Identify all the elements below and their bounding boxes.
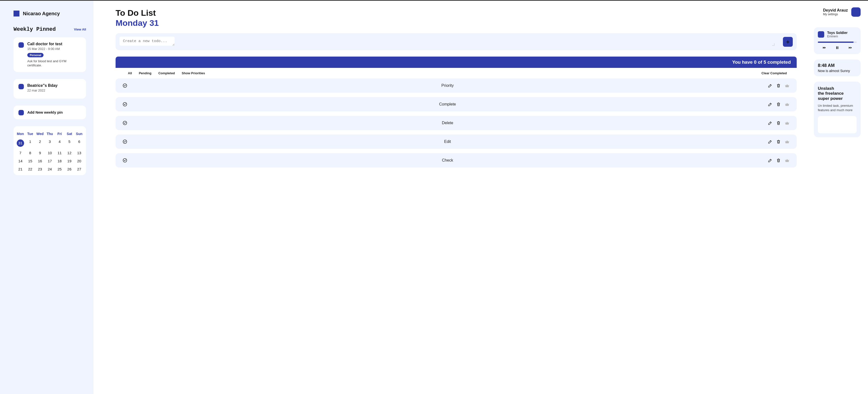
next-icon[interactable] <box>848 46 853 50</box>
trash-icon[interactable] <box>776 121 781 125</box>
calendar-cell[interactable]: 19 <box>64 157 74 164</box>
weather-time: 8:48 AM <box>818 63 857 68</box>
svg-rect-1 <box>838 47 838 49</box>
pin-icon <box>19 84 24 89</box>
user-block: Deyvid Arauz My settings <box>823 7 861 17</box>
user-settings-link[interactable]: My settings <box>823 12 848 16</box>
promo-image-placeholder <box>818 116 857 133</box>
calendar-cell[interactable]: 3 <box>45 138 55 148</box>
new-todo-wrap: ＋ <box>116 33 797 50</box>
crown-icon[interactable] <box>784 139 790 144</box>
calendar-cell[interactable]: 24 <box>45 165 55 173</box>
todo-text: Priority <box>127 83 768 88</box>
calendar-cell[interactable]: 14 <box>16 157 25 164</box>
edit-icon[interactable] <box>768 83 773 88</box>
filter-all[interactable]: All <box>128 71 132 75</box>
todo-item: Edit <box>116 134 797 149</box>
todo-text: Check <box>127 158 768 162</box>
pause-icon[interactable] <box>835 46 840 50</box>
calendar-cell[interactable]: 20 <box>74 157 84 164</box>
check-circle-icon[interactable] <box>122 158 127 163</box>
clear-completed[interactable]: Clear Completed <box>762 71 787 75</box>
trash-icon[interactable] <box>776 158 781 163</box>
calendar-cell[interactable]: 1 <box>25 138 35 148</box>
filter-row: All Pending Completed Show Priorities Cl… <box>116 68 797 79</box>
brand-logo <box>13 10 20 17</box>
add-pin-label: Add New weekly pin <box>27 110 63 114</box>
calendar-cell[interactable]: 18 <box>55 157 64 164</box>
weather-card: 8:48 AM Now is almost Sunny <box>814 60 861 76</box>
brand: Nicarao Agency <box>13 10 86 17</box>
calendar-cell[interactable]: 11 <box>55 149 64 156</box>
sidebar: Nicarao Agency Weekly Pinned View All Ca… <box>0 1 93 394</box>
prev-icon[interactable] <box>822 46 827 50</box>
check-circle-icon[interactable] <box>122 83 127 88</box>
add-pin-button[interactable]: Add New weekly pin <box>13 105 86 119</box>
edit-icon[interactable] <box>768 121 773 125</box>
right-column: Toys Soldier Eminem 8:48 AM Now is almos… <box>814 1 868 394</box>
calendar-cell[interactable]: 7 <box>16 149 25 156</box>
calendar-cell[interactable]: 10 <box>45 149 55 156</box>
pin-icon <box>19 42 24 48</box>
calendar-cell[interactable]: 5 <box>64 138 74 148</box>
calendar-cell[interactable]: 13 <box>74 149 84 156</box>
todo-item: Delete <box>116 116 797 130</box>
calendar-cell[interactable]: 2 <box>35 138 45 148</box>
calendar-day-head: Thu <box>45 130 55 137</box>
calendar-day-head: Sat <box>64 130 74 137</box>
new-todo-input[interactable] <box>120 37 175 46</box>
calendar-cell[interactable]: 15 <box>25 157 35 164</box>
weekly-title: Weekly Pinned <box>13 26 56 32</box>
trash-icon[interactable] <box>776 83 781 88</box>
calendar-cell[interactable]: 9 <box>35 149 45 156</box>
calendar-cell[interactable]: 23 <box>35 165 45 173</box>
calendar: MonTueWedThuFriSatSun3112345678910111213… <box>13 126 86 175</box>
add-icon <box>19 110 24 115</box>
check-circle-icon[interactable] <box>122 139 127 144</box>
calendar-cell[interactable]: 25 <box>55 165 64 173</box>
filter-pending[interactable]: Pending <box>139 71 152 75</box>
add-todo-button[interactable]: ＋ <box>783 37 793 47</box>
calendar-cell[interactable]: 12 <box>64 149 74 156</box>
pin-card[interactable]: Call doctor for test 15 Mar 2022 - 9:00 … <box>13 37 86 72</box>
calendar-cell[interactable]: 17 <box>45 157 55 164</box>
main: To Do List Monday 31 Deyvid Arauz My set… <box>93 1 814 394</box>
check-circle-icon[interactable] <box>122 121 127 125</box>
crown-icon[interactable] <box>784 83 790 88</box>
calendar-day-head: Wed <box>35 130 45 137</box>
avatar[interactable] <box>851 7 861 17</box>
album-cover <box>818 31 824 38</box>
check-circle-icon[interactable] <box>122 102 127 107</box>
calendar-day-head: Sun <box>74 130 84 137</box>
promo-title: Unslash the freelance super power <box>818 86 857 101</box>
music-progress-bar[interactable] <box>818 41 857 43</box>
calendar-cell[interactable]: 26 <box>64 165 74 173</box>
calendar-cell[interactable]: 22 <box>25 165 35 173</box>
crown-icon[interactable] <box>784 120 790 126</box>
crown-icon[interactable] <box>784 101 790 107</box>
page-title-block: To Do List Monday 31 <box>116 8 159 28</box>
weekly-view-all[interactable]: View All <box>74 28 86 31</box>
calendar-cell[interactable]: 21 <box>16 165 25 173</box>
calendar-day-head: Mon <box>16 130 25 137</box>
calendar-cell[interactable]: 6 <box>74 138 84 148</box>
calendar-cell[interactable]: 16 <box>35 157 45 164</box>
page-title: To Do List <box>116 8 159 18</box>
trash-icon[interactable] <box>776 102 781 107</box>
edit-icon[interactable] <box>768 102 773 107</box>
filter-completed[interactable]: Completed <box>158 71 175 75</box>
edit-icon[interactable] <box>768 158 773 163</box>
pin-card[interactable]: Beatrice"s Bday 22 mar 2022 <box>13 79 86 99</box>
calendar-cell[interactable]: 4 <box>55 138 64 148</box>
todo-text: Delete <box>127 121 768 125</box>
edit-icon[interactable] <box>768 139 773 144</box>
trash-icon[interactable] <box>776 139 781 144</box>
weather-text: Now is almost Sunny <box>818 69 857 73</box>
filter-priorities[interactable]: Show Priorities <box>182 71 205 75</box>
crown-icon[interactable] <box>784 158 790 163</box>
calendar-cell[interactable]: 8 <box>25 149 35 156</box>
calendar-cell[interactable]: 27 <box>74 165 84 173</box>
calendar-cell[interactable]: 31 <box>16 138 25 148</box>
track-title: Toys Soldier <box>827 31 847 35</box>
plus-icon: ＋ <box>785 38 790 46</box>
